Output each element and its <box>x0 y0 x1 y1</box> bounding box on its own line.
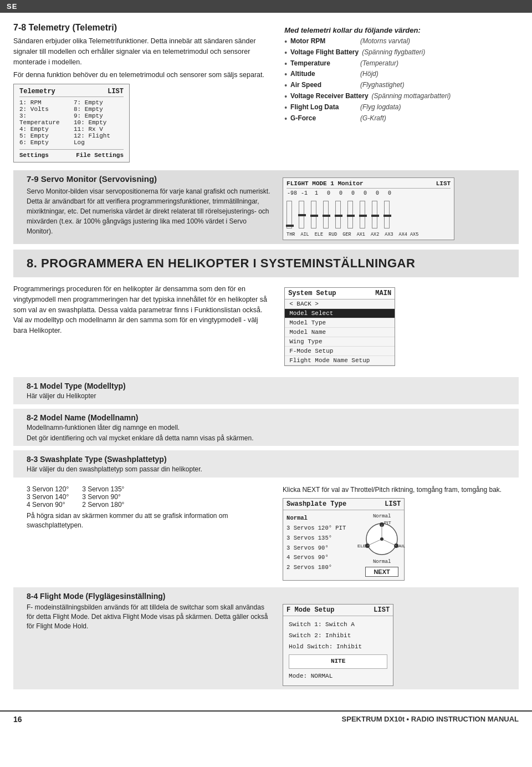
tele-bullet-8: • <box>284 114 287 124</box>
sv-9: 0 <box>384 190 395 196</box>
tele-row-1: 1: RPM <box>19 99 69 106</box>
swash-next-button[interactable]: NEXT <box>365 567 398 577</box>
servo-options: 3 Servon 120° 3 Servon 140° 4 Servon 90°… <box>27 485 272 509</box>
section-8-title: 8. PROGRAMMERA EN HELIKOPTER I SYSTEMINS… <box>27 256 505 271</box>
bottom-bar: 16 SPEKTRUM DX10t • RADIO INSTRUCTION MA… <box>0 710 532 727</box>
sv-1: -98 <box>287 190 298 196</box>
telemetry-screen-badge: LIST <box>108 88 124 95</box>
sv-3: 1 <box>311 190 322 196</box>
thumb-5 <box>335 215 342 217</box>
servo-opt-6: 2 Servon 180° <box>82 501 124 509</box>
section-82-title: 8-2 Model Name (Modellnamn) <box>27 413 505 422</box>
track-6 <box>347 201 353 228</box>
tele-row-6: 6: Empty <box>19 139 69 146</box>
swash-title-bar: Swashplate Type LIST <box>283 499 404 510</box>
servo-sliders <box>287 197 451 231</box>
servo-opt-3: 4 Servon 90° <box>27 501 69 509</box>
ch-ax2: AX2 <box>371 232 379 237</box>
section-79-band: 7-9 Servo Monitor (Servovisning) Servo M… <box>13 170 519 244</box>
tele-name-1: Motor RPM <box>290 37 357 45</box>
section-83-content: 3 Servon 120° 3 Servon 140° 4 Servon 90°… <box>13 482 519 582</box>
tele-row-8: 8: Empty <box>74 106 124 113</box>
telemetry-screen: Telemetry LIST 1: RPM 2: Volts 3: Temper… <box>13 84 130 162</box>
tele-value-8: (G-Kraft) <box>360 114 386 122</box>
tele-row-4: 4: Empty <box>19 126 69 133</box>
telemetry-list-title: Med telemetri kollar du följande värden: <box>284 26 519 34</box>
ch-ger: GER <box>342 232 351 237</box>
tele-btn-file[interactable]: File Settings <box>76 152 124 159</box>
tele-value-1: (Motorns varvtal) <box>360 37 410 45</box>
tele-bullet-7: • <box>284 103 287 113</box>
ch-ax3: AX3 <box>385 232 393 237</box>
swash-badge: LIST <box>385 500 401 508</box>
tele-item-2: • Voltage Flight Battery (Spänning flygb… <box>284 48 519 58</box>
servo-opt-2: 3 Servon 140° <box>27 493 69 501</box>
tele-row-12: 12: Flight Log <box>74 133 124 146</box>
thumb-6 <box>347 215 355 217</box>
slider-5 <box>335 201 341 228</box>
section-78-text2: För denna funktion behöver du en telemet… <box>13 70 271 80</box>
servo-monitor-screen: FLIGHT MODE 1 Monitor LIST -98 -1 1 0 0 … <box>283 177 454 240</box>
svg-point-7 <box>380 537 383 541</box>
telemetry-screen-title-bar: Telemetry LIST <box>19 88 124 97</box>
ch-ele: ELE <box>315 232 323 237</box>
sys-item-model-type: Model Type <box>285 318 395 328</box>
ch-ail: AIL <box>300 232 309 237</box>
sys-item-back: < BACK > <box>285 299 395 309</box>
swashplate-screen: Swashplate Type LIST Normal 3 Servos 120… <box>283 498 405 581</box>
servo-channel-labels: THR AIL ELE RUD GER AX1 AX2 AX3 AX4 AX5 <box>287 232 451 237</box>
servo-opt-4: 3 Servon 135° <box>82 485 124 493</box>
section-8-intro-left: Programmerings proceduren för en helikop… <box>13 284 271 366</box>
tele-name-2: Voltage Flight Battery <box>290 48 359 56</box>
tele-bullet-4: • <box>284 70 287 79</box>
tele-item-7: • Flight Log Data (Flyg logdata) <box>284 103 519 113</box>
track-1 <box>287 201 292 228</box>
section-84-text: F- modeinställningsbilden används för at… <box>27 603 272 631</box>
track-9 <box>384 201 390 228</box>
track-7 <box>360 201 365 228</box>
sys-title-bar: System Setup MAIN <box>285 288 395 299</box>
sv-2: -1 <box>299 190 310 196</box>
servo-screen-badge: LIST <box>436 180 451 187</box>
tele-name-4: Altitude <box>290 70 357 78</box>
tele-btn-settings[interactable]: Settings <box>19 152 49 159</box>
system-setup-screen: System Setup MAIN < BACK > Model Select … <box>284 287 395 366</box>
thumb-2 <box>298 214 306 216</box>
fmode-box-label: NITE <box>289 654 387 669</box>
fmode-title-bar: F Mode Setup LIST <box>283 605 393 616</box>
slider-3 <box>311 201 316 228</box>
track-5 <box>335 201 341 228</box>
sv-6: 0 <box>347 190 359 196</box>
fmode-hold: Hold Switch: Inhibit <box>289 642 387 653</box>
swash-label-normal-top: Normal <box>373 514 391 519</box>
tele-row-11: 11: Rx V <box>74 126 124 133</box>
section-84-title: 8-4 Flight Mode (Flyglägesinställning) <box>27 592 505 601</box>
track-3 <box>311 201 316 228</box>
servo-values-row: -98 -1 1 0 0 0 0 0 0 <box>287 190 451 196</box>
sv-5: 0 <box>335 190 346 196</box>
thumb-8 <box>371 215 379 217</box>
section-84-left: F- modeinställningsbilden används för at… <box>27 601 272 686</box>
section-79-text: Servo Monitor-bilden visar servoposition… <box>27 186 272 236</box>
tele-item-3: • Temperature (Temperatur) <box>284 59 519 69</box>
section-82-text2: Det gör identifiering och val mycket enk… <box>27 434 505 443</box>
fmode-switch1: Switch 1: Switch A <box>289 619 387 631</box>
swash-content: Normal 3 Servos 120° PIT 3 Servos 135° 3… <box>283 510 404 580</box>
telemetry-col-right: 7: Empty 8: Empty 9: Empty 10: Empty 11:… <box>74 99 124 146</box>
page: SE 7-8 Telemetry (Telemetri) Sändaren er… <box>0 0 532 767</box>
tele-item-5: • Air Speed (Flyghastighet) <box>284 81 519 90</box>
swash-item-120: 3 Servos 120° PIT <box>287 524 361 534</box>
tele-name-6: Voltage Receiver Battery <box>290 92 369 100</box>
fmode-screen: F Mode Setup LIST Switch 1: Switch A Swi… <box>283 604 393 686</box>
section-78: 7-8 Telemetry (Telemetri) Sändaren erbju… <box>13 23 519 162</box>
section-83-cols: 3 Servon 120° 3 Servon 140° 4 Servon 90°… <box>27 485 505 581</box>
slider-2 <box>299 201 304 228</box>
sys-badge: MAIN <box>375 289 391 297</box>
section-8-header: 8. PROGRAMMERA EN HELIKOPTER I SYSTEMINS… <box>13 250 519 277</box>
telemetry-col-left: 1: RPM 2: Volts 3: Temperature 4: Empty … <box>19 99 69 146</box>
ail-label: AIL <box>398 543 405 548</box>
section-83-right-text: Klicka NEXT för val av Throttel/Pitch ri… <box>283 485 505 495</box>
top-bar: SE <box>0 0 532 13</box>
servo-col-2: 3 Servon 135° 3 Servon 90° 2 Servon 180° <box>82 485 124 509</box>
page-number: 16 <box>13 715 22 724</box>
